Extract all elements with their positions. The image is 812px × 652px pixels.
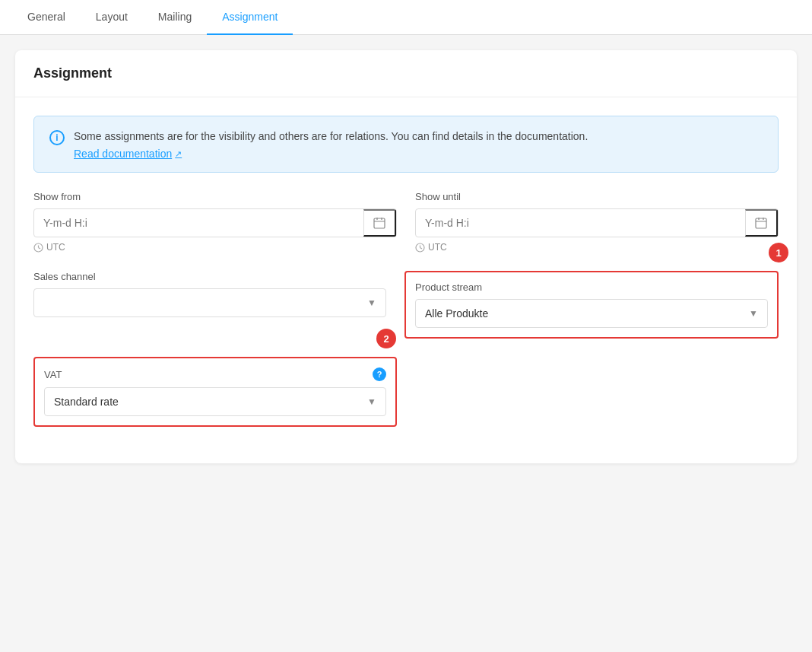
sales-channel-group: 2 Sales channel ▼ bbox=[33, 271, 386, 339]
assignment-card: Assignment i Some assignments are for th… bbox=[15, 50, 797, 463]
show-until-group: 1 Show until bbox=[415, 191, 779, 253]
show-until-input-wrapper bbox=[415, 208, 779, 237]
show-until-calendar-button[interactable] bbox=[745, 209, 778, 237]
show-from-input-wrapper bbox=[33, 208, 397, 237]
show-from-label: Show from bbox=[33, 191, 397, 202]
product-stream-select[interactable]: Alle Produkte bbox=[416, 300, 767, 327]
show-from-input[interactable] bbox=[34, 209, 363, 237]
vat-label-row: VAT ? bbox=[44, 367, 386, 381]
badge-1: 1 bbox=[769, 243, 788, 262]
card-header: Assignment bbox=[15, 50, 797, 97]
sales-channel-select[interactable] bbox=[34, 289, 385, 316]
show-until-label: Show until bbox=[415, 191, 779, 202]
sales-channel-label: Sales channel bbox=[33, 271, 386, 282]
clock-icon bbox=[33, 243, 43, 253]
date-row: Show from bbox=[33, 191, 779, 253]
svg-line-13 bbox=[420, 247, 423, 249]
badge-2: 2 bbox=[376, 329, 396, 348]
clock-icon-2 bbox=[415, 243, 425, 253]
channel-stream-row: 2 Sales channel ▼ Product stream Alle Pr… bbox=[33, 271, 779, 339]
calendar-icon bbox=[373, 217, 385, 229]
vat-empty-col bbox=[415, 357, 779, 427]
svg-rect-0 bbox=[374, 218, 385, 228]
show-from-utc-label: UTC bbox=[46, 242, 65, 253]
show-until-utc-label: UTC bbox=[428, 242, 447, 253]
info-text: Some assignments are for the visibility … bbox=[74, 129, 588, 145]
calendar-icon-2 bbox=[755, 217, 767, 229]
read-documentation-link[interactable]: Read documentation ↗ bbox=[74, 148, 182, 160]
product-stream-select-wrapper: Alle Produkte ▼ bbox=[415, 299, 768, 328]
show-until-utc: UTC bbox=[415, 242, 779, 253]
product-stream-group: Product stream Alle Produkte ▼ bbox=[404, 271, 779, 339]
sales-channel-select-wrapper: ▼ bbox=[33, 288, 386, 317]
tab-layout[interactable]: Layout bbox=[81, 0, 143, 35]
info-box: i Some assignments are for the visibilit… bbox=[33, 116, 779, 173]
show-from-group: Show from bbox=[33, 191, 397, 253]
vat-select-wrapper: Standard rate ▼ bbox=[44, 387, 386, 416]
info-icon: i bbox=[49, 130, 65, 145]
show-from-calendar-button[interactable] bbox=[363, 209, 396, 237]
info-content: Some assignments are for the visibility … bbox=[74, 129, 588, 160]
tab-assignment[interactable]: Assignment bbox=[207, 0, 293, 35]
tab-mailing[interactable]: Mailing bbox=[143, 0, 207, 35]
vat-label: VAT bbox=[44, 369, 62, 380]
vat-group: VAT ? Standard rate ▼ bbox=[33, 357, 397, 427]
tab-bar: General Layout Mailing Assignment bbox=[0, 0, 812, 35]
card-title: Assignment bbox=[33, 65, 779, 81]
external-link-icon: ↗ bbox=[175, 149, 182, 159]
card-body: i Some assignments are for the visibilit… bbox=[15, 97, 797, 463]
svg-rect-7 bbox=[756, 218, 766, 228]
vat-help-icon[interactable]: ? bbox=[373, 367, 386, 381]
show-from-utc: UTC bbox=[33, 242, 397, 253]
svg-line-6 bbox=[39, 247, 41, 249]
vat-select[interactable]: Standard rate bbox=[45, 388, 385, 415]
show-until-input[interactable] bbox=[416, 209, 745, 237]
product-stream-label: Product stream bbox=[415, 281, 768, 293]
vat-row: VAT ? Standard rate ▼ bbox=[33, 357, 779, 427]
page-content: Assignment i Some assignments are for th… bbox=[0, 35, 812, 491]
tab-general[interactable]: General bbox=[12, 0, 81, 35]
